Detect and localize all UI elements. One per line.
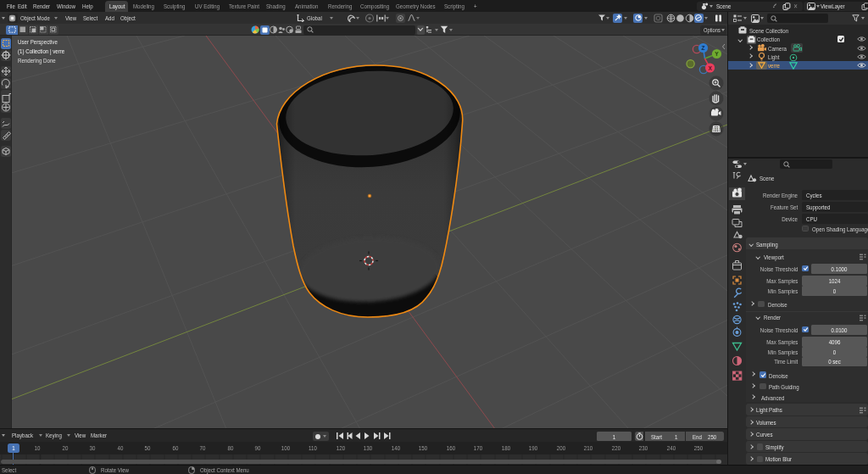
svg-text:Z: Z xyxy=(702,45,705,51)
svg-text:Y: Y xyxy=(715,51,719,57)
svg-text:X: X xyxy=(708,65,712,71)
